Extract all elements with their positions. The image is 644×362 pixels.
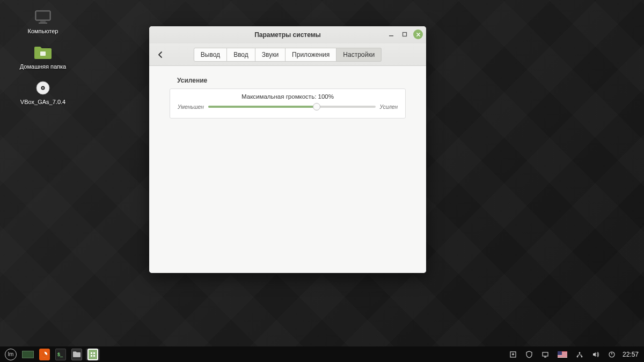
desktop-icon-label: Домашняя папка: [20, 63, 66, 70]
svg-rect-14: [93, 355, 95, 357]
tab-apps[interactable]: Приложения: [286, 48, 336, 62]
slider-fill: [208, 106, 317, 108]
group-label-amplification: Усиление: [177, 77, 410, 84]
content-area: Усиление Максимальная громкость: 100% Ум…: [149, 66, 426, 273]
tray-keyboard-layout[interactable]: [556, 349, 569, 360]
svg-rect-1: [36, 12, 49, 19]
tab-output[interactable]: Вывод: [194, 48, 227, 62]
minimize-button[interactable]: [386, 29, 396, 39]
taskbar-app-settings[interactable]: [86, 349, 100, 360]
titlebar[interactable]: Параметры системы: [149, 26, 426, 43]
files-icon: [71, 349, 82, 360]
svg-rect-16: [543, 352, 548, 356]
desktop-icon-disc[interactable]: VBox_GAs_7.0.4: [16, 79, 70, 105]
max-volume-label: Максимальная громкость: 100%: [178, 93, 398, 100]
slider-thumb[interactable]: [313, 103, 320, 110]
mint-logo-icon: lm: [5, 349, 17, 360]
volume-slider-row: Уменьшен Усилен: [178, 103, 398, 110]
tray-shield[interactable]: [524, 349, 535, 360]
tray-clock[interactable]: 22:57: [623, 351, 639, 358]
window-controls: [386, 29, 423, 39]
start-menu-button[interactable]: lm: [3, 349, 18, 360]
svg-rect-4: [40, 51, 46, 56]
tray-volume[interactable]: [590, 349, 601, 360]
desktop-icon-home[interactable]: Домашняя папка: [16, 44, 70, 70]
svg-rect-2: [40, 21, 46, 23]
desktop-icon-computer[interactable]: Компьютер: [16, 9, 70, 34]
svg-rect-3: [39, 23, 47, 24]
terminal-icon: $_: [55, 349, 66, 360]
slider-max-hint: Усилен: [380, 104, 398, 110]
desktop-icon-label: Компьютер: [28, 28, 58, 34]
settings-app-icon: [87, 349, 98, 360]
settings-window: Параметры системы Вывод Ввод Звуки Прило…: [149, 26, 426, 273]
tray-updates[interactable]: [508, 349, 518, 360]
tab-sounds[interactable]: Звуки: [255, 48, 286, 62]
folder-home-icon: [33, 44, 53, 61]
svg-rect-17: [544, 357, 546, 358]
system-tray: 22:57: [508, 349, 641, 360]
svg-point-20: [579, 352, 581, 353]
tray-power[interactable]: [606, 349, 617, 360]
tab-settings[interactable]: Настройки: [336, 48, 382, 62]
volume-slider[interactable]: [208, 103, 376, 110]
taskbar-app-files[interactable]: [70, 349, 84, 360]
close-button[interactable]: [413, 29, 423, 39]
slider-min-hint: Уменьшен: [178, 104, 204, 110]
svg-point-7: [42, 87, 44, 89]
firefox-icon: [39, 349, 50, 360]
svg-rect-8: [389, 35, 393, 36]
show-desktop-button[interactable]: [20, 349, 35, 360]
maximize-button[interactable]: [400, 29, 409, 39]
desktop-icons: Компьютер Домашняя папка VBox_GAs_7.0.4: [16, 9, 70, 105]
svg-rect-13: [91, 355, 92, 357]
svg-rect-9: [403, 33, 407, 36]
disc-icon: [33, 79, 53, 97]
back-button[interactable]: [155, 49, 166, 61]
tray-network[interactable]: [574, 349, 585, 360]
tab-input[interactable]: Ввод: [227, 48, 255, 62]
taskbar: lm $_ 22:57: [0, 346, 644, 362]
flag-us-icon: [558, 351, 567, 358]
taskbar-app-terminal[interactable]: $_: [54, 349, 68, 360]
toolbar: Вывод Ввод Звуки Приложения Настройки: [149, 43, 426, 66]
amplification-card: Максимальная громкость: 100% Уменьшен Ус…: [170, 88, 406, 119]
svg-point-18: [577, 356, 579, 357]
show-desktop-icon: [22, 351, 34, 358]
desktop-icon-label: VBox_GAs_7.0.4: [20, 99, 65, 105]
svg-rect-12: [93, 352, 95, 354]
tray-display[interactable]: [540, 349, 551, 360]
svg-rect-11: [91, 352, 92, 354]
svg-point-19: [581, 356, 583, 357]
window-title: Параметры системы: [254, 31, 321, 39]
taskbar-app-firefox[interactable]: [38, 349, 52, 360]
computer-icon: [33, 9, 53, 26]
tabset: Вывод Ввод Звуки Приложения Настройки: [194, 48, 382, 62]
